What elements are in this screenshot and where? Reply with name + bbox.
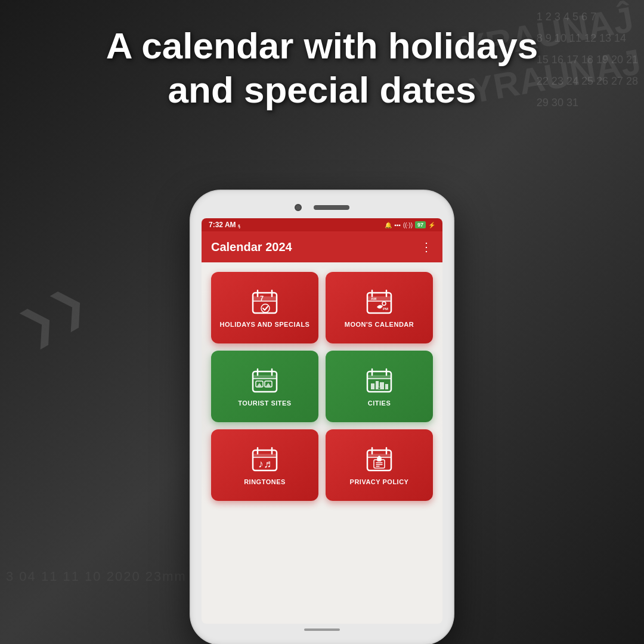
tile-cities[interactable]: CITIES bbox=[326, 351, 433, 422]
calendar-privacy-icon bbox=[366, 447, 392, 473]
tile-holidays-and-specials[interactable]: 7 HOLIDAYS AND SPECIALS bbox=[211, 272, 318, 343]
tile-ringtones-label: RINGTONES bbox=[244, 478, 286, 486]
calendar-city-icon bbox=[366, 368, 392, 394]
time-display: 7:32 AM bbox=[209, 221, 236, 229]
phone-top-bar bbox=[202, 202, 442, 213]
svg-rect-1 bbox=[253, 296, 277, 301]
calendar-music-icon: ♪♬ bbox=[252, 447, 278, 473]
svg-rect-27 bbox=[371, 383, 374, 389]
status-time: 7:32 AM ᶊ bbox=[209, 221, 240, 229]
tile-moons-label: MOON'S CALENDAR bbox=[345, 320, 414, 329]
calendar-moon-icon: AM PM bbox=[366, 289, 392, 315]
svg-point-31 bbox=[378, 387, 380, 389]
calendar-check-icon: 7 bbox=[252, 289, 278, 315]
svg-rect-16 bbox=[253, 375, 277, 379]
tile-ringtones[interactable]: ♪♬ RINGTONES bbox=[211, 429, 318, 501]
phone-screen: 7:32 AM ᶊ 🔔 ▪▪▪ ((·)) 97 ⚡ Calendar 2024… bbox=[202, 218, 442, 624]
app-content: 7 HOLIDAYS AND SPECIALS bbox=[202, 262, 442, 530]
svg-rect-23 bbox=[367, 375, 391, 379]
hero-line1: A calendar with holidays bbox=[106, 25, 538, 66]
phone-mockup: 7:32 AM ᶊ 🔔 ▪▪▪ ((·)) 97 ⚡ Calendar 2024… bbox=[191, 191, 453, 644]
status-bar: 7:32 AM ᶊ 🔔 ▪▪▪ ((·)) 97 ⚡ bbox=[202, 218, 442, 231]
bottom-space bbox=[211, 508, 433, 520]
calendar-photos-icon bbox=[252, 368, 278, 394]
app-header: Calendar 2024 ⋮ bbox=[202, 231, 442, 262]
svg-text:AM: AM bbox=[371, 297, 376, 301]
svg-text:7: 7 bbox=[260, 295, 264, 302]
tile-row-3: ♪♬ RINGTONES bbox=[211, 429, 433, 501]
tile-cities-label: CITIES bbox=[368, 399, 391, 407]
menu-button[interactable]: ⋮ bbox=[420, 240, 433, 254]
bg-numbers: 3 04 11 11 10 2020 23mm bbox=[0, 569, 187, 584]
svg-rect-30 bbox=[385, 384, 388, 389]
phone-body: 7:32 AM ᶊ 🔔 ▪▪▪ ((·)) 97 ⚡ Calendar 2024… bbox=[191, 191, 453, 644]
alarm-icon: 🔔 bbox=[385, 222, 392, 228]
phone-speaker bbox=[314, 205, 349, 210]
phone-home-bar bbox=[202, 624, 442, 633]
svg-rect-39 bbox=[367, 454, 391, 457]
svg-text:PM: PM bbox=[383, 307, 388, 311]
tile-row-2: TOURIST SITES bbox=[211, 351, 433, 422]
app-title: Calendar 2024 bbox=[211, 240, 292, 254]
svg-text:♪♬: ♪♬ bbox=[258, 458, 272, 470]
hero-title: A calendar with holidays and special dat… bbox=[0, 24, 644, 113]
hero-section: A calendar with holidays and special dat… bbox=[0, 24, 644, 113]
tile-row-1: 7 HOLIDAYS AND SPECIALS bbox=[211, 272, 433, 343]
svg-rect-44 bbox=[377, 457, 381, 461]
tile-tourist-sites[interactable]: TOURIST SITES bbox=[211, 351, 318, 422]
charging-icon: ⚡ bbox=[428, 222, 435, 228]
tile-moons-calendar[interactable]: AM PM MOON'S CALENDAR bbox=[326, 272, 433, 343]
hero-line2: and special dates bbox=[168, 69, 476, 110]
phone-camera bbox=[295, 204, 302, 211]
svg-rect-33 bbox=[253, 454, 277, 457]
tile-privacy-label: PRIVACY POLICY bbox=[350, 478, 409, 486]
battery-level: 97 bbox=[415, 221, 426, 228]
wifi-icon: ((·)) bbox=[403, 222, 413, 228]
tile-tourist-label: TOURIST SITES bbox=[238, 399, 291, 407]
status-icons: 🔔 ▪▪▪ ((·)) 97 ⚡ bbox=[385, 221, 435, 228]
time-suffix: ᶊ bbox=[238, 222, 240, 228]
tile-holidays-label: HOLIDAYS AND SPECIALS bbox=[220, 320, 310, 329]
tile-privacy-policy[interactable]: PRIVACY POLICY bbox=[326, 429, 433, 501]
home-bar bbox=[304, 628, 340, 631]
signal-icon: ▪▪▪ bbox=[394, 222, 401, 228]
svg-point-14 bbox=[382, 302, 386, 305]
